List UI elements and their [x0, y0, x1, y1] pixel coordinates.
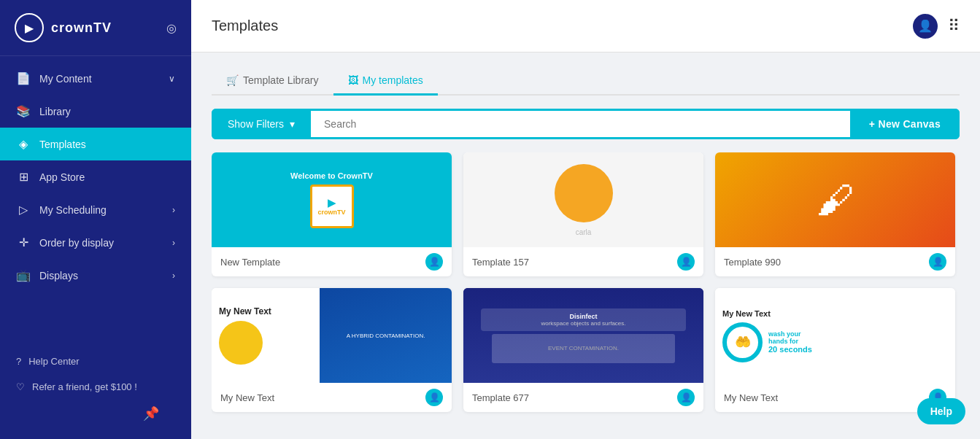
template-card-footer: Template 677 👤 — [463, 383, 703, 412]
user-avatar[interactable]: 👤 — [913, 14, 938, 39]
thumb-yellow-circle — [219, 321, 263, 365]
tab-template-library[interactable]: 🛒 Template Library — [212, 67, 333, 96]
search-input[interactable] — [324, 118, 837, 130]
thumb-row: 🤲 wash your hands for 20 seconds — [722, 322, 948, 362]
template-card-footer: New Template 👤 — [212, 247, 452, 276]
template-name: Template 677 — [472, 392, 529, 403]
sidebar-item-order-by-display[interactable]: ✛ Order by display › — [0, 226, 191, 259]
template-name: My New Text — [724, 392, 778, 403]
template-avatar: 👤 — [677, 253, 695, 271]
sidebar-item-displays[interactable]: 📺 Displays › — [0, 259, 191, 292]
content-area: 🛒 Template Library 🖼 My templates Show F… — [191, 53, 980, 439]
app-store-icon: ⊞ — [16, 170, 31, 184]
help-button-label: Help — [930, 405, 952, 417]
template-card-footer: My New Text 👤 — [212, 383, 452, 412]
template-avatar: 👤 — [929, 253, 946, 271]
thumb-hand-circle: 🤲 — [722, 322, 763, 362]
displays-icon: 📺 — [16, 268, 31, 282]
topbar: Templates 👤 ⠿ — [191, 0, 980, 53]
toolbar: Show Filters ▾ + New Canvas — [212, 109, 960, 139]
tab-my-templates[interactable]: 🖼 My templates — [333, 67, 438, 96]
template-card[interactable]: My New Text A HYBRID CONTAMINATION. My N… — [212, 288, 452, 412]
thumb-text: Welcome to CrownTV — [290, 171, 373, 180]
template-thumbnail: 🖌 — [715, 152, 955, 247]
thumb-wash-text: wash your hands for 20 seconds — [768, 330, 948, 354]
topbar-actions: 👤 ⠿ — [913, 14, 960, 39]
template-thumbnail: Disinfect workspace objects and surfaces… — [463, 288, 703, 383]
brush-icon: 🖌 — [817, 178, 854, 222]
image-icon: 🖼 — [348, 74, 358, 86]
refer-label: Refer a friend, get $100 ! — [32, 381, 137, 392]
library-icon: 📚 — [16, 104, 31, 118]
chevron-down-icon: ▾ — [290, 118, 295, 130]
sidebar-item-my-content[interactable]: 📄 My Content ∨ — [0, 62, 191, 95]
sidebar: ▶ crownTV ◎ 📄 My Content ∨ 📚 Library ◈ T… — [0, 0, 191, 439]
template-name: Template 990 — [724, 257, 781, 268]
template-thumbnail: Welcome to CrownTV ▶ crownTV — [212, 152, 452, 247]
template-thumbnail: My New Text A HYBRID CONTAMINATION. — [212, 288, 452, 383]
person-icon: 👤 — [933, 257, 944, 267]
logo-icon: ▶ — [15, 13, 44, 42]
sidebar-item-library[interactable]: 📚 Library — [0, 95, 191, 128]
pin-icon: 📌 — [143, 406, 159, 421]
help-button[interactable]: Help — [917, 398, 965, 424]
refer-link[interactable]: ♡ Refer a friend, get $100 ! — [16, 374, 175, 400]
sidebar-item-templates[interactable]: ◈ Templates — [0, 128, 191, 160]
logo-play-icon: ▶ — [25, 21, 34, 35]
template-card[interactable]: carla Template 157 👤 — [463, 152, 703, 276]
cart-icon: 🛒 — [226, 74, 239, 86]
template-card[interactable]: Welcome to CrownTV ▶ crownTV New Templat… — [212, 152, 452, 276]
sidebar-item-label: My Scheduling — [39, 204, 107, 216]
person-icon: 👤 — [681, 392, 692, 403]
template-avatar: 👤 — [677, 389, 695, 406]
template-grid: Welcome to CrownTV ▶ crownTV New Templat… — [212, 152, 960, 419]
thumb-panel-text: A HYBRID CONTAMINATION. — [347, 333, 425, 339]
order-icon: ✛ — [16, 236, 31, 249]
template-card[interactable]: My New Text 🤲 wash your hands for 20 sec… — [715, 288, 955, 412]
help-center-link[interactable]: ? Help Center — [16, 349, 175, 374]
thumb-disinfect: Disinfect workspace objects and surfaces… — [481, 308, 687, 331]
person-icon: 👤 — [429, 392, 440, 403]
template-avatar: 👤 — [425, 253, 443, 271]
chevron-right-icon: › — [172, 205, 175, 215]
template-name: Template 157 — [472, 257, 529, 268]
tab-label: My templates — [363, 74, 423, 86]
sidebar-item-label: App Store — [39, 171, 85, 183]
thumb-content: Disinfect workspace objects and surfaces… — [463, 288, 703, 383]
person-icon: 👤 — [429, 257, 440, 267]
chevron-right-icon: › — [172, 271, 175, 281]
sidebar-item-app-store[interactable]: ⊞ App Store — [0, 160, 191, 193]
thumb-heading: My New Text — [219, 306, 312, 316]
sidebar-item-label: My Content — [39, 73, 92, 85]
avatar-icon: 👤 — [918, 19, 933, 33]
sidebar-item-label: Displays — [39, 270, 78, 281]
scheduling-icon: ▷ — [16, 203, 31, 217]
tabs-bar: 🛒 Template Library 🖼 My templates — [212, 67, 960, 96]
templates-icon: ◈ — [16, 137, 31, 151]
show-filters-button[interactable]: Show Filters ▾ — [212, 109, 311, 139]
grid-menu-icon[interactable]: ⠿ — [948, 17, 960, 36]
sidebar-item-my-scheduling[interactable]: ▷ My Scheduling › — [0, 193, 191, 226]
template-card-footer: Template 990 👤 — [715, 247, 955, 276]
template-grid-wrapper: Welcome to CrownTV ▶ crownTV New Templat… — [212, 152, 960, 424]
heart-icon: ♡ — [16, 381, 25, 392]
chevron-down-icon: ∨ — [169, 74, 175, 84]
thumb-blue-panel: A HYBRID CONTAMINATION. — [320, 288, 452, 383]
target-icon[interactable]: ◎ — [166, 21, 177, 35]
thumb-small-text: carla — [576, 228, 592, 236]
template-card[interactable]: 🖌 Template 990 👤 — [715, 152, 955, 276]
main-area: Templates 👤 ⠿ 🛒 Template Library 🖼 My te… — [191, 0, 980, 439]
filter-button-label: Show Filters — [228, 118, 284, 130]
thumb-logo: ▶ crownTV — [310, 184, 354, 228]
chevron-right-icon: › — [172, 238, 175, 248]
tab-label: Template Library — [243, 74, 319, 86]
help-center-label: Help Center — [28, 356, 79, 367]
sidebar-item-label: Templates — [39, 139, 86, 150]
new-canvas-button[interactable]: + New Canvas — [850, 109, 960, 139]
thumb-logo-text: ▶ crownTV — [317, 197, 345, 216]
sidebar-item-label: Library — [39, 106, 71, 117]
template-card[interactable]: Disinfect workspace objects and surfaces… — [463, 288, 703, 412]
sidebar-footer: ? Help Center ♡ Refer a friend, get $100… — [0, 337, 191, 439]
search-area — [311, 111, 850, 137]
pin-button[interactable]: 📌 — [16, 400, 175, 427]
